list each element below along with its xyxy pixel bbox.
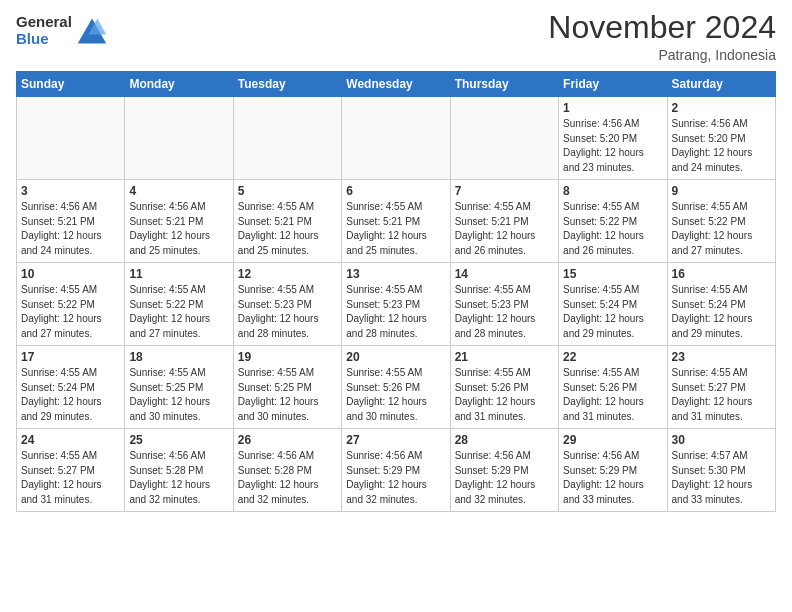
logo-blue: Blue	[16, 31, 72, 48]
day-info: Sunrise: 4:55 AM Sunset: 5:21 PM Dayligh…	[346, 200, 445, 258]
logo-text: General Blue	[16, 14, 72, 47]
calendar-cell: 15Sunrise: 4:55 AM Sunset: 5:24 PM Dayli…	[559, 263, 667, 346]
day-info: Sunrise: 4:55 AM Sunset: 5:22 PM Dayligh…	[21, 283, 120, 341]
day-number: 4	[129, 184, 228, 198]
calendar-cell: 10Sunrise: 4:55 AM Sunset: 5:22 PM Dayli…	[17, 263, 125, 346]
calendar-cell: 12Sunrise: 4:55 AM Sunset: 5:23 PM Dayli…	[233, 263, 341, 346]
header: General Blue November 2024 Patrang, Indo…	[16, 10, 776, 63]
calendar-cell: 22Sunrise: 4:55 AM Sunset: 5:26 PM Dayli…	[559, 346, 667, 429]
weekday-header: Wednesday	[342, 72, 450, 97]
day-number: 27	[346, 433, 445, 447]
day-info: Sunrise: 4:57 AM Sunset: 5:30 PM Dayligh…	[672, 449, 771, 507]
calendar-cell: 29Sunrise: 4:56 AM Sunset: 5:29 PM Dayli…	[559, 429, 667, 512]
weekday-header: Thursday	[450, 72, 558, 97]
day-number: 8	[563, 184, 662, 198]
day-number: 7	[455, 184, 554, 198]
day-info: Sunrise: 4:56 AM Sunset: 5:21 PM Dayligh…	[129, 200, 228, 258]
calendar-cell: 6Sunrise: 4:55 AM Sunset: 5:21 PM Daylig…	[342, 180, 450, 263]
calendar-cell: 18Sunrise: 4:55 AM Sunset: 5:25 PM Dayli…	[125, 346, 233, 429]
day-info: Sunrise: 4:56 AM Sunset: 5:28 PM Dayligh…	[129, 449, 228, 507]
calendar-week-row: 24Sunrise: 4:55 AM Sunset: 5:27 PM Dayli…	[17, 429, 776, 512]
day-number: 2	[672, 101, 771, 115]
calendar-table: SundayMondayTuesdayWednesdayThursdayFrid…	[16, 71, 776, 512]
day-number: 24	[21, 433, 120, 447]
day-info: Sunrise: 4:55 AM Sunset: 5:24 PM Dayligh…	[21, 366, 120, 424]
calendar-week-row: 3Sunrise: 4:56 AM Sunset: 5:21 PM Daylig…	[17, 180, 776, 263]
day-number: 14	[455, 267, 554, 281]
calendar-cell: 19Sunrise: 4:55 AM Sunset: 5:25 PM Dayli…	[233, 346, 341, 429]
day-number: 26	[238, 433, 337, 447]
calendar-cell: 25Sunrise: 4:56 AM Sunset: 5:28 PM Dayli…	[125, 429, 233, 512]
logo-icon	[76, 15, 108, 47]
calendar-week-row: 1Sunrise: 4:56 AM Sunset: 5:20 PM Daylig…	[17, 97, 776, 180]
day-number: 3	[21, 184, 120, 198]
day-info: Sunrise: 4:56 AM Sunset: 5:28 PM Dayligh…	[238, 449, 337, 507]
day-number: 21	[455, 350, 554, 364]
day-number: 25	[129, 433, 228, 447]
day-number: 12	[238, 267, 337, 281]
day-info: Sunrise: 4:55 AM Sunset: 5:25 PM Dayligh…	[238, 366, 337, 424]
day-info: Sunrise: 4:55 AM Sunset: 5:27 PM Dayligh…	[672, 366, 771, 424]
calendar-cell: 4Sunrise: 4:56 AM Sunset: 5:21 PM Daylig…	[125, 180, 233, 263]
calendar-cell: 11Sunrise: 4:55 AM Sunset: 5:22 PM Dayli…	[125, 263, 233, 346]
day-number: 1	[563, 101, 662, 115]
day-info: Sunrise: 4:55 AM Sunset: 5:21 PM Dayligh…	[238, 200, 337, 258]
day-info: Sunrise: 4:55 AM Sunset: 5:27 PM Dayligh…	[21, 449, 120, 507]
day-info: Sunrise: 4:55 AM Sunset: 5:25 PM Dayligh…	[129, 366, 228, 424]
calendar-cell: 14Sunrise: 4:55 AM Sunset: 5:23 PM Dayli…	[450, 263, 558, 346]
month-title: November 2024	[548, 10, 776, 45]
day-info: Sunrise: 4:55 AM Sunset: 5:21 PM Dayligh…	[455, 200, 554, 258]
day-number: 19	[238, 350, 337, 364]
calendar-cell: 8Sunrise: 4:55 AM Sunset: 5:22 PM Daylig…	[559, 180, 667, 263]
day-info: Sunrise: 4:56 AM Sunset: 5:20 PM Dayligh…	[563, 117, 662, 175]
calendar-cell	[342, 97, 450, 180]
day-info: Sunrise: 4:56 AM Sunset: 5:20 PM Dayligh…	[672, 117, 771, 175]
calendar-cell: 9Sunrise: 4:55 AM Sunset: 5:22 PM Daylig…	[667, 180, 775, 263]
day-number: 20	[346, 350, 445, 364]
day-info: Sunrise: 4:55 AM Sunset: 5:23 PM Dayligh…	[455, 283, 554, 341]
day-number: 23	[672, 350, 771, 364]
day-info: Sunrise: 4:56 AM Sunset: 5:21 PM Dayligh…	[21, 200, 120, 258]
day-info: Sunrise: 4:55 AM Sunset: 5:23 PM Dayligh…	[238, 283, 337, 341]
day-number: 16	[672, 267, 771, 281]
logo-general: General	[16, 14, 72, 31]
calendar-cell	[125, 97, 233, 180]
calendar-cell: 30Sunrise: 4:57 AM Sunset: 5:30 PM Dayli…	[667, 429, 775, 512]
calendar-cell	[233, 97, 341, 180]
day-info: Sunrise: 4:55 AM Sunset: 5:22 PM Dayligh…	[563, 200, 662, 258]
calendar-cell	[17, 97, 125, 180]
calendar-cell: 27Sunrise: 4:56 AM Sunset: 5:29 PM Dayli…	[342, 429, 450, 512]
calendar-cell: 17Sunrise: 4:55 AM Sunset: 5:24 PM Dayli…	[17, 346, 125, 429]
calendar-cell: 5Sunrise: 4:55 AM Sunset: 5:21 PM Daylig…	[233, 180, 341, 263]
calendar-cell: 23Sunrise: 4:55 AM Sunset: 5:27 PM Dayli…	[667, 346, 775, 429]
day-number: 15	[563, 267, 662, 281]
day-number: 5	[238, 184, 337, 198]
day-number: 17	[21, 350, 120, 364]
calendar-cell	[450, 97, 558, 180]
day-number: 30	[672, 433, 771, 447]
page: General Blue November 2024 Patrang, Indo…	[0, 0, 792, 528]
day-number: 18	[129, 350, 228, 364]
weekday-header: Monday	[125, 72, 233, 97]
title-block: November 2024 Patrang, Indonesia	[548, 10, 776, 63]
calendar-cell: 2Sunrise: 4:56 AM Sunset: 5:20 PM Daylig…	[667, 97, 775, 180]
day-info: Sunrise: 4:55 AM Sunset: 5:24 PM Dayligh…	[563, 283, 662, 341]
weekday-header: Sunday	[17, 72, 125, 97]
weekday-header: Saturday	[667, 72, 775, 97]
day-number: 22	[563, 350, 662, 364]
calendar-cell: 16Sunrise: 4:55 AM Sunset: 5:24 PM Dayli…	[667, 263, 775, 346]
day-info: Sunrise: 4:55 AM Sunset: 5:26 PM Dayligh…	[455, 366, 554, 424]
day-number: 10	[21, 267, 120, 281]
day-number: 11	[129, 267, 228, 281]
calendar-cell: 13Sunrise: 4:55 AM Sunset: 5:23 PM Dayli…	[342, 263, 450, 346]
calendar-cell: 20Sunrise: 4:55 AM Sunset: 5:26 PM Dayli…	[342, 346, 450, 429]
day-number: 29	[563, 433, 662, 447]
day-info: Sunrise: 4:55 AM Sunset: 5:22 PM Dayligh…	[672, 200, 771, 258]
day-number: 28	[455, 433, 554, 447]
weekday-header: Friday	[559, 72, 667, 97]
calendar-cell: 26Sunrise: 4:56 AM Sunset: 5:28 PM Dayli…	[233, 429, 341, 512]
logo: General Blue	[16, 14, 108, 47]
day-info: Sunrise: 4:55 AM Sunset: 5:26 PM Dayligh…	[346, 366, 445, 424]
weekday-header: Tuesday	[233, 72, 341, 97]
day-info: Sunrise: 4:56 AM Sunset: 5:29 PM Dayligh…	[346, 449, 445, 507]
